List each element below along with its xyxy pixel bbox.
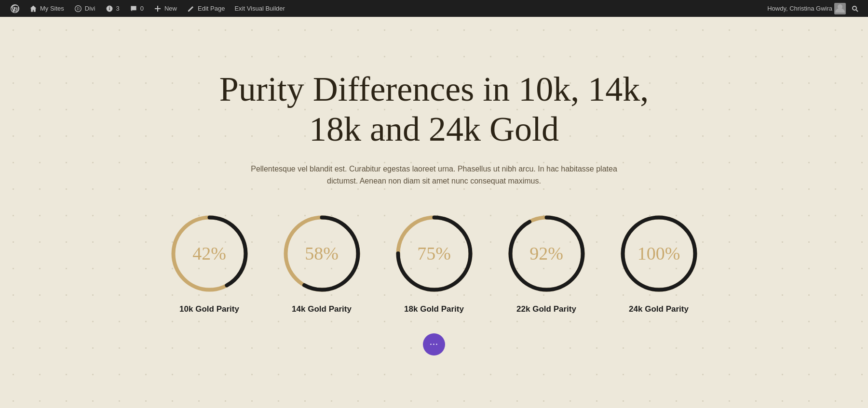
user-greeting: Howdy, Christina Gwira	[767, 5, 832, 12]
page-subtitle: Pellentesque vel blandit est. Curabitur …	[236, 163, 632, 187]
circle-label-22k: 22k Gold Parity	[516, 304, 576, 314]
plus-icon	[153, 4, 162, 13]
circle-wrapper-24k: 100%	[617, 211, 701, 296]
page-title: Purity Differences in 10k, 14k, 18k and …	[217, 69, 651, 149]
circle-label-10k: 10k Gold Parity	[179, 304, 239, 314]
floating-edit-button[interactable]: ···	[423, 333, 445, 355]
circle-wrapper-14k: 58%	[280, 211, 364, 296]
divi-link[interactable]: D Divi	[69, 0, 100, 17]
my-sites-link[interactable]: My Sites	[24, 0, 69, 17]
circle-label-24k: 24k Gold Parity	[629, 304, 689, 314]
svg-point-14	[510, 217, 583, 290]
exit-visual-builder-link[interactable]: Exit Visual Builder	[230, 0, 290, 17]
new-link[interactable]: New	[149, 0, 182, 17]
circle-label-18k: 18k Gold Parity	[404, 304, 464, 314]
search-button[interactable]	[848, 0, 862, 17]
admin-bar-right: Howdy, Christina Gwira	[767, 0, 862, 17]
svg-text:D: D	[77, 7, 80, 11]
circles-row: 42% 10k Gold Parity 58% 14k Gold Parity …	[167, 211, 701, 314]
dots-icon: ···	[430, 340, 438, 349]
admin-bar: My Sites D Divi 3 0 New Edit Page Exit V…	[0, 0, 868, 17]
edit-page-link[interactable]: Edit Page	[182, 0, 230, 17]
updates-count: 3	[116, 5, 120, 12]
circle-item-22k: 92% 22k Gold Parity	[504, 211, 589, 314]
circle-item-24k: 100% 24k Gold Parity	[617, 211, 701, 314]
svg-line-6	[856, 10, 858, 12]
exit-visual-builder-label: Exit Visual Builder	[234, 5, 285, 12]
circle-label-14k: 14k Gold Parity	[292, 304, 352, 314]
edit-icon	[187, 4, 195, 13]
svg-point-5	[853, 6, 856, 10]
circle-item-14k: 58% 14k Gold Parity	[280, 211, 364, 314]
updates-icon	[105, 4, 114, 13]
wordpress-icon	[11, 4, 19, 13]
circle-wrapper-18k: 75%	[392, 211, 476, 296]
new-label: New	[164, 5, 177, 12]
svg-point-16	[623, 217, 695, 290]
circle-wrapper-22k: 92%	[504, 211, 589, 296]
comments-count: 0	[140, 5, 144, 12]
circle-wrapper-10k: 42%	[167, 211, 252, 296]
avatar	[834, 3, 846, 14]
main-content: Purity Differences in 10k, 14k, 18k and …	[0, 17, 868, 408]
comments-icon	[129, 4, 138, 13]
divi-label: Divi	[85, 5, 95, 12]
my-sites-label: My Sites	[40, 5, 64, 12]
circle-item-18k: 75% 18k Gold Parity	[392, 211, 476, 314]
updates-link[interactable]: 3	[100, 0, 124, 17]
divi-icon: D	[74, 4, 82, 13]
edit-page-label: Edit Page	[198, 5, 225, 12]
wp-logo-link[interactable]	[6, 0, 24, 17]
home-icon	[29, 4, 38, 13]
circle-item-10k: 42% 10k Gold Parity	[167, 211, 252, 314]
comments-link[interactable]: 0	[124, 0, 149, 17]
